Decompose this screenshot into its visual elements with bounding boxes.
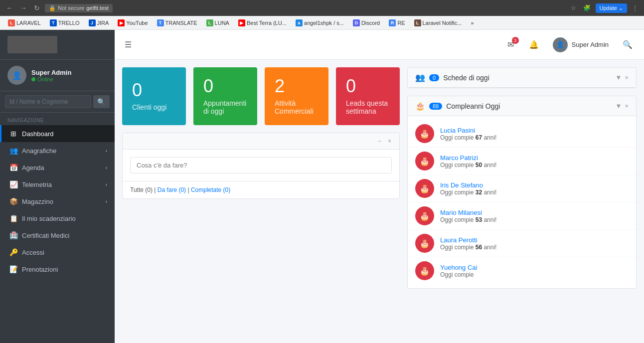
logo-image: [7, 36, 57, 53]
birthday-desc: Oggi compie: [440, 271, 477, 278]
top-header: ☰ ✉ 3 🔔 👤 Super Admin 🔍: [115, 30, 644, 60]
refresh-btn[interactable]: ↻: [32, 3, 42, 13]
bookmarks-bar: L LARAVEL T TRELLO J JIRA ▶ YouTube T TR…: [0, 16, 644, 30]
content-left: 0 Clienti oggi 0 Appuntamenti di oggi 2 …: [122, 67, 400, 336]
bookmark-star-icon[interactable]: ☆: [569, 3, 578, 12]
todo-tutte-count: (0): [145, 186, 153, 193]
translate-label: TRANSLATE: [165, 20, 197, 26]
laravel-favicon: L: [8, 19, 15, 26]
compleanni-minimize-button[interactable]: ▼: [616, 102, 622, 110]
compleanni-title-text: Compleanni Oggi: [446, 102, 500, 110]
bookmark-re[interactable]: R RE: [385, 18, 409, 27]
back-btn[interactable]: ←: [4, 3, 15, 13]
schede-panel: 👥 0 Schede di oggi ▼ ×: [407, 67, 637, 88]
luna-label: LUNA: [215, 20, 229, 26]
sidebar-item-telemetria[interactable]: 📈 Telemetria ‹: [0, 176, 115, 193]
magazzino-label: Magazzino: [22, 198, 53, 205]
url-text[interactable]: getfit.test: [86, 5, 109, 11]
bell-button[interactable]: 🔔: [525, 36, 543, 54]
birthday-avatar: 🎂: [415, 152, 434, 171]
bookmark-jira[interactable]: J JIRA: [85, 18, 113, 27]
stat-card-attivita: 2 Attività Commerciali: [265, 67, 328, 125]
dashboard-icon: ⊞: [9, 130, 18, 138]
anagrafiche-arrow-icon: ‹: [106, 148, 107, 154]
agenda-label: Agenda: [22, 164, 44, 172]
bookmark-trello[interactable]: T TRELLO: [46, 18, 84, 27]
more-options-icon[interactable]: ⋮: [630, 3, 640, 12]
certificati-icon: 🏥: [9, 231, 18, 239]
bookmark-youtube[interactable]: ▶ YouTube: [114, 18, 152, 27]
agenda-icon: 📅: [9, 164, 18, 172]
main-content: ☰ ✉ 3 🔔 👤 Super Admin 🔍: [115, 30, 644, 343]
birthday-name[interactable]: Iris De Stefano: [440, 181, 496, 189]
bookmark-laravel2[interactable]: L Laravel Notific...: [410, 18, 466, 27]
sidebar-item-anagrafiche[interactable]: 👥 Anagrafiche ‹: [0, 142, 115, 159]
update-button[interactable]: Update ⌄: [596, 3, 627, 13]
anagrafiche-icon: 👥: [9, 147, 18, 155]
birthday-avatar: 🎂: [415, 261, 434, 280]
bookmark-angel[interactable]: a angel1shpk / s...: [292, 18, 348, 27]
sidebar-item-accessi[interactable]: 🔑 Accessi: [0, 244, 115, 261]
stat-attivita-label: Attività Commerciali: [275, 99, 319, 115]
secure-label: Not secure: [58, 5, 84, 11]
stat-card-clienti: 0 Clienti oggi: [122, 67, 186, 125]
bookmark-laravel[interactable]: L LARAVEL: [4, 18, 45, 27]
birthday-desc: Oggi compie 53 anni!: [440, 216, 496, 223]
bookmark-bestterra[interactable]: ▶ Best Terra (LU...: [234, 18, 291, 27]
todo-input[interactable]: [130, 157, 392, 173]
agenda-arrow-icon: ‹: [106, 165, 107, 171]
prenotazioni-icon: 📝: [9, 265, 18, 273]
todo-minimize-button[interactable]: −: [376, 137, 383, 145]
re-label: RE: [397, 20, 405, 26]
header-user[interactable]: 👤 Super Admin: [548, 35, 614, 55]
telemetria-icon: 📈: [9, 180, 18, 188]
header-search-icon: 🔍: [623, 40, 633, 49]
sidebar-item-magazzino[interactable]: 📦 Magazzino ‹: [0, 193, 115, 210]
bookmark-luna[interactable]: L LUNA: [202, 18, 233, 27]
mail-button[interactable]: ✉ 3: [502, 36, 520, 54]
compleanni-panel-header: 🎂 89 Compleanni Oggi ▼ ×: [408, 96, 636, 116]
birthday-name[interactable]: Lucia Pasini: [440, 127, 496, 134]
birthday-name[interactable]: Mario Milanesi: [440, 209, 496, 216]
dashboard-label: Dashboard: [22, 130, 54, 138]
stat-appuntamenti-label: Appuntamenti di oggi: [203, 99, 247, 115]
todo-da-fare-link[interactable]: Da fare (0): [158, 186, 188, 193]
scadenziario-label: Il mio scadenziario: [22, 215, 76, 222]
schede-title-text: Schede di oggi: [443, 74, 489, 82]
sidebar-item-scadenziario[interactable]: 📋 Il mio scadenziario: [0, 210, 115, 227]
sidebar-item-prenotazioni[interactable]: 📝 Prenotazioni: [0, 261, 115, 278]
laravel-label: LARAVEL: [16, 20, 41, 26]
birthday-name[interactable]: Laura Perotti: [440, 236, 496, 244]
birthday-name[interactable]: Yuehong Cai: [440, 264, 477, 271]
extensions-icon[interactable]: 🧩: [581, 3, 593, 12]
search-input[interactable]: [5, 95, 91, 108]
app-wrapper: 👤 Super Admin Online 🔍 Navigazione ⊞ Das…: [0, 30, 644, 343]
scadenziario-icon: 📋: [9, 214, 18, 222]
sidebar-item-dashboard[interactable]: ⊞ Dashboard: [0, 125, 115, 142]
sidebar-item-certificati[interactable]: 🏥 Certificati Medici: [0, 227, 115, 244]
birthday-avatar: 🎂: [415, 179, 434, 198]
bookmark-translate[interactable]: T TRANSLATE: [153, 18, 201, 27]
todo-completate-link[interactable]: Completate (0): [191, 186, 230, 193]
header-search-button[interactable]: 🔍: [619, 36, 637, 54]
browser-bar: ← → ↻ 🔒 Not secure getfit.test ☆ 🧩 Updat…: [0, 0, 644, 16]
compleanni-close-button[interactable]: ×: [625, 102, 629, 110]
forward-btn[interactable]: →: [18, 3, 29, 13]
bookmark-discord[interactable]: D Discord: [349, 18, 384, 27]
birthday-info: Mario Milanesi Oggi compie 53 anni!: [440, 209, 496, 223]
schede-minimize-button[interactable]: ▼: [616, 74, 622, 81]
schede-close-button[interactable]: ×: [625, 74, 629, 81]
birthday-item: 🎂 Iris De Stefano Oggi compie 32 anni!: [408, 175, 636, 202]
bookmark-more[interactable]: »: [467, 19, 478, 27]
birthday-name[interactable]: Marco Patrizi: [440, 154, 496, 162]
todo-tutte-label: Tutte: [130, 186, 144, 193]
secure-indicator: 🔒 Not secure getfit.test: [45, 4, 113, 12]
search-button[interactable]: 🔍: [93, 95, 110, 108]
menu-toggle-button[interactable]: ☰: [122, 37, 134, 52]
angel-label: angel1shpk / s...: [304, 20, 344, 26]
todo-close-button[interactable]: ×: [386, 137, 393, 145]
anagrafiche-label: Anagrafiche: [22, 147, 56, 155]
schede-badge: 0: [429, 74, 439, 81]
header-username: Super Admin: [572, 41, 609, 48]
sidebar-item-agenda[interactable]: 📅 Agenda ‹: [0, 159, 115, 176]
